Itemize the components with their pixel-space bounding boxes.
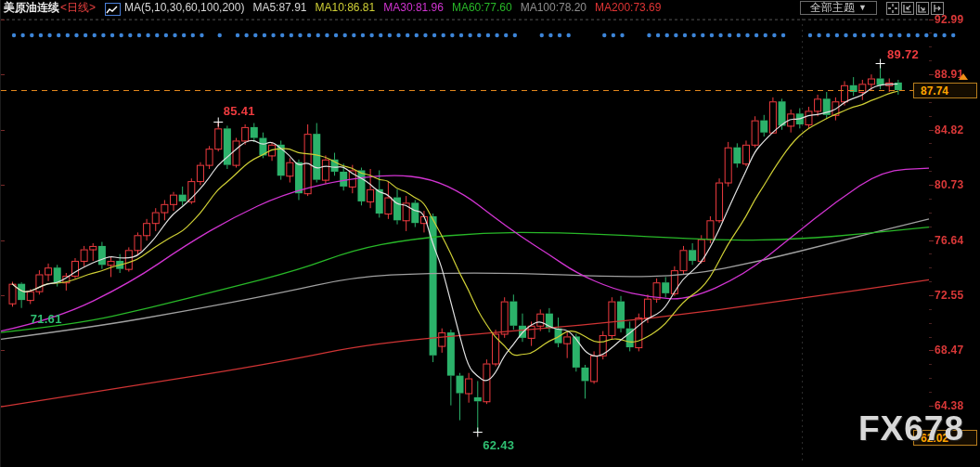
period-label: <日线> <box>60 0 96 16</box>
theme-dropdown-label: 全部主题 <box>810 2 855 14</box>
expand-chart-button[interactable] <box>916 2 929 15</box>
current-price-value: 87.74 <box>921 84 948 97</box>
ma-legend-item: MA10:86.81 <box>315 1 375 14</box>
axis-price-label: 76.64 <box>935 234 964 247</box>
watermark: FX678 <box>858 409 964 448</box>
chevron-down-icon: ▼ <box>858 2 867 14</box>
axis-price-label: 84.82 <box>935 123 964 136</box>
page-forward-button[interactable] <box>931 2 944 15</box>
ma-legend-item: MA100:78.20 <box>521 1 587 14</box>
current-price-marker: 87.74 <box>913 83 977 98</box>
expand-chart-icon <box>918 4 927 13</box>
axis-price-label: 68.47 <box>935 344 964 357</box>
ma-chart-icon <box>105 3 121 16</box>
crosshair-icon <box>888 4 897 13</box>
crosshair-button[interactable] <box>886 2 899 15</box>
ma-legend-item: MA30:81.96 <box>383 1 444 14</box>
price-up-arrow-icon <box>959 73 968 80</box>
page-forward-icon <box>933 4 942 13</box>
ma-legend-item: MA200:73.69 <box>595 1 661 14</box>
chart-window: 美原油连续 <日线> MA(5,10,30,60,100,200) MA5:87… <box>0 0 980 467</box>
extreme-price-annotation: 89.72 <box>887 47 919 61</box>
extreme-price-annotation: 85.41 <box>224 104 255 118</box>
ma-legend: MA5:87.91MA10:86.81MA30:81.96MA60:77.60M… <box>244 0 661 16</box>
extreme-price-annotation: 62.43 <box>483 438 514 452</box>
chart-header: 美原油连续 <日线> MA(5,10,30,60,100,200) MA5:87… <box>1 0 980 16</box>
ma-legend-item: MA5:87.91 <box>252 1 306 14</box>
extreme-price-annotation: 71.61 <box>31 312 62 326</box>
symbol-title: 美原油连续 <box>4 0 59 16</box>
ma-legend-item: MA60:77.60 <box>452 1 512 14</box>
candlestick-chart[interactable] <box>1 0 980 467</box>
compress-chart-icon <box>903 4 912 13</box>
theme-dropdown[interactable]: 全部主题 ▼ <box>800 1 877 15</box>
axis-price-label: 80.73 <box>935 178 964 191</box>
axis-price-label: 72.55 <box>935 289 964 302</box>
compress-chart-button[interactable] <box>901 2 914 15</box>
ma-settings-label: MA(5,10,30,60,100,200) <box>124 0 244 16</box>
